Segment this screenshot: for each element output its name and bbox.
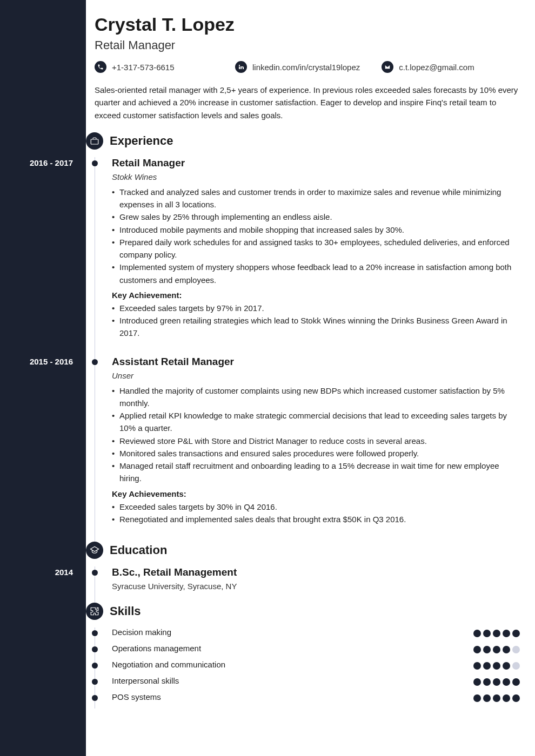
entry-dates: 2016 - 2017 (30, 158, 73, 167)
rating-dot (473, 646, 481, 653)
bullet: Prepared daily work schedules for and as… (112, 236, 520, 261)
bullet: Exceeded sales targets by 30% in Q4 2016… (112, 501, 520, 513)
rating-dot (512, 694, 520, 702)
skill-entry: Interpersonal skills (95, 676, 473, 692)
skill-entry: Negotiation and communication (95, 660, 473, 676)
bullet: Tracked and analyzed sales and customer … (112, 186, 520, 211)
main-content: Crystal T. Lopez Retail Manager +1-317-5… (86, 0, 535, 756)
contact-phone: +1-317-573-6615 (95, 61, 213, 73)
rating-dot (493, 678, 500, 686)
skill-name: Operations management (112, 644, 201, 653)
rating-dot (512, 662, 520, 670)
achievement-bullets: Exceeded sales targets by 30% in Q4 2016… (112, 501, 520, 526)
contacts: +1-317-573-6615 linkedin.com/in/crystal1… (95, 61, 520, 73)
linkedin-text: linkedin.com/in/crystal19lopez (252, 63, 360, 72)
rating-dot (493, 662, 500, 670)
bullet: Exceeded sales targets by 97% in 2017. (112, 302, 520, 314)
rating-dot (503, 694, 510, 702)
skill-rating (473, 662, 520, 670)
rating-dot (473, 694, 481, 702)
rating-dot (512, 646, 520, 653)
bullet: Applied retail KPI knowledge to make str… (112, 409, 520, 435)
job-bullets: Handled the majority of customer complai… (112, 384, 520, 485)
experience-entry: 2015 - 2016 Assistant Retail Manager Uns… (95, 356, 520, 542)
bullet: Renegotiated and implemented sales deals… (112, 513, 520, 525)
skill-name: Decision making (112, 627, 171, 637)
person-name: Crystal T. Lopez (95, 14, 520, 35)
skill-row: Decision making (95, 627, 520, 644)
briefcase-icon (86, 132, 103, 150)
skill-name: POS systems (112, 692, 161, 701)
skill-row: POS systems (95, 692, 520, 708)
skills-title: Skills (110, 604, 141, 618)
bullet: Implemented system of mystery shoppers w… (112, 261, 520, 286)
achievement-bullets: Exceeded sales targets by 97% in 2017. I… (112, 302, 520, 340)
job-title: Assistant Retail Manager (112, 356, 520, 368)
rating-dot (503, 662, 510, 670)
bullet: Grew sales by 25% through implementing a… (112, 211, 520, 223)
svg-rect-0 (91, 139, 98, 144)
rating-dot (512, 678, 520, 686)
rating-dot (512, 630, 520, 637)
puzzle-icon (86, 603, 103, 620)
job-bullets: Tracked and analyzed sales and customer … (112, 186, 520, 286)
bullet: Monitored sales transactions and ensured… (112, 447, 520, 460)
phone-icon (95, 61, 106, 73)
rating-dot (493, 646, 500, 653)
summary-text: Sales-oriented retail manager with 2,5+ … (95, 84, 520, 122)
email-text: c.t.lopez@gmail.com (399, 63, 474, 72)
graduation-icon (86, 542, 103, 559)
bullet: Introduced mobile payments and mobile sh… (112, 224, 520, 236)
experience-entry: 2016 - 2017 Retail Manager Stokk Wines T… (95, 157, 520, 356)
linkedin-icon (235, 61, 247, 73)
skill-row: Negotiation and communication (95, 660, 520, 676)
rating-dot (483, 646, 491, 653)
school-name: Syracuse University, Syracuse, NY (112, 582, 520, 591)
company-name: Unser (112, 371, 520, 380)
contact-linkedin: linkedin.com/in/crystal19lopez (235, 61, 360, 73)
rating-dot (493, 630, 500, 637)
skill-rating (473, 678, 520, 686)
bullet: Handled the majority of customer complai… (112, 384, 520, 410)
rating-dot (483, 694, 491, 702)
skill-rating (473, 630, 520, 637)
experience-timeline: 2016 - 2017 Retail Manager Stokk Wines T… (95, 157, 520, 542)
skill-row: Interpersonal skills (95, 676, 520, 692)
skill-name: Interpersonal skills (112, 676, 179, 685)
entry-dates: 2014 (55, 568, 73, 577)
skills-list: Decision makingOperations managementNego… (95, 627, 520, 708)
left-sidebar (0, 0, 86, 756)
job-title: Retail Manager (112, 157, 520, 169)
contact-email: c.t.lopez@gmail.com (382, 61, 500, 73)
skill-name: Negotiation and communication (112, 660, 225, 669)
skill-rating (473, 646, 520, 653)
resume-page: Crystal T. Lopez Retail Manager +1-317-5… (0, 0, 535, 756)
company-name: Stokk Wines (112, 172, 520, 181)
rating-dot (473, 678, 481, 686)
key-achievement-label: Key Achievement: (112, 291, 520, 300)
rating-dot (493, 694, 500, 702)
experience-header: Experience (86, 132, 520, 150)
phone-text: +1-317-573-6615 (112, 63, 175, 72)
skill-entry: Decision making (95, 627, 473, 644)
rating-dot (503, 646, 510, 653)
entry-dates: 2015 - 2016 (30, 357, 73, 366)
skill-entry: POS systems (95, 692, 473, 708)
bullet: Managed retail staff recruitment and onb… (112, 460, 520, 485)
rating-dot (473, 662, 481, 670)
rating-dot (483, 662, 491, 670)
key-achievement-label: Key Achievements: (112, 489, 520, 498)
education-entry: 2014 B.Sc., Retail Management Syracuse U… (95, 566, 520, 603)
experience-title: Experience (110, 134, 173, 148)
rating-dot (483, 630, 491, 637)
skill-rating (473, 694, 520, 702)
email-icon (382, 61, 393, 73)
degree-title: B.Sc., Retail Management (112, 566, 520, 578)
skill-row: Operations management (95, 644, 520, 660)
rating-dot (503, 678, 510, 686)
education-timeline: 2014 B.Sc., Retail Management Syracuse U… (95, 566, 520, 603)
rating-dot (473, 630, 481, 637)
bullet: Reviewed store P&L with Store and Distri… (112, 435, 520, 447)
rating-dot (503, 630, 510, 637)
skills-header: Skills (86, 603, 520, 620)
